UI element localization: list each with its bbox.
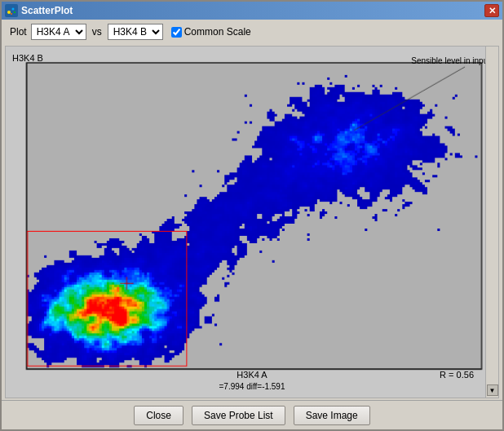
annotation-text: Sensible level in input bbox=[411, 56, 490, 65]
x-axis-label: H3K4 A bbox=[237, 370, 267, 380]
common-scale-area: Common Scale bbox=[171, 26, 251, 38]
x-axis-select[interactable]: H3K4 A H3K4 B bbox=[31, 24, 86, 40]
footer: Close Save Probe List Save Image bbox=[2, 400, 502, 429]
scatter-plot-window: ScatterPlot ✕ Plot H3K4 A H3K4 B vs H3K4… bbox=[0, 0, 504, 431]
common-scale-checkbox[interactable] bbox=[171, 27, 182, 38]
scrollbar-thumb[interactable]: ▼ bbox=[487, 384, 498, 396]
plot-area: H3K4 B H3K4 A R = 0.56 =7.994 diff=-1.59… bbox=[5, 46, 499, 398]
scatter-canvas bbox=[6, 47, 498, 398]
common-scale-label: Common Scale bbox=[184, 26, 251, 38]
window-icon bbox=[5, 4, 18, 17]
svg-point-1 bbox=[7, 11, 11, 14]
y-axis-select[interactable]: H3K4 B H3K4 A bbox=[108, 24, 163, 40]
stats-text: =7.994 diff=-1.591 bbox=[219, 382, 285, 391]
window-title: ScatterPlot bbox=[21, 5, 484, 16]
toolbar: Plot H3K4 A H3K4 B vs H3K4 B H3K4 A Comm… bbox=[2, 20, 502, 44]
close-button[interactable]: ✕ bbox=[484, 4, 499, 17]
plot-label: Plot bbox=[10, 26, 27, 38]
y-axis-label: H3K4 B bbox=[12, 53, 43, 63]
vs-label: vs bbox=[92, 26, 102, 38]
svg-point-3 bbox=[11, 13, 12, 15]
scrollbar[interactable]: ▼ bbox=[485, 47, 498, 398]
save-probe-button[interactable]: Save Probe List bbox=[192, 406, 285, 425]
svg-point-4 bbox=[14, 11, 15, 13]
svg-point-2 bbox=[12, 8, 15, 11]
save-image-button[interactable]: Save Image bbox=[294, 406, 370, 425]
close-button[interactable]: Close bbox=[134, 406, 183, 425]
r-value: R = 0.56 bbox=[440, 370, 474, 380]
title-bar: ScatterPlot ✕ bbox=[2, 2, 502, 20]
svg-rect-0 bbox=[5, 4, 18, 17]
